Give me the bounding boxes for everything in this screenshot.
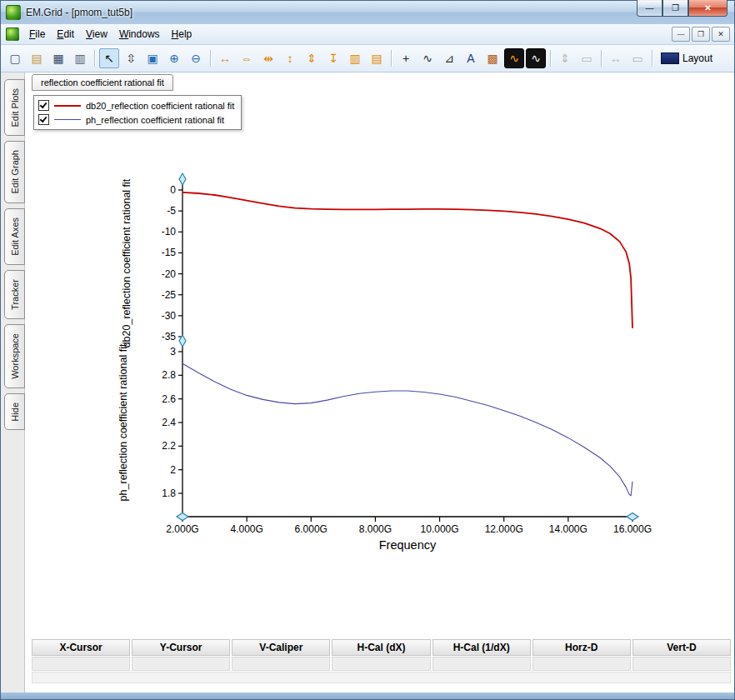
add-marker-button[interactable]: +	[396, 48, 416, 68]
zoom-out-button[interactable]: ⊖	[186, 48, 206, 68]
toolbar-separator	[652, 50, 652, 67]
db20-curve	[182, 192, 632, 328]
chart-canvas[interactable]: 2.000G4.000G6.000G8.000G10.000G12.000G14…	[25, 72, 734, 692]
print-button[interactable]: ▥	[70, 48, 90, 68]
pan-hand-button[interactable]: ⇳	[121, 48, 141, 68]
cursor-value-cell	[632, 657, 731, 671]
sidebar-tab-label: Hide	[10, 402, 20, 422]
split-columns-button[interactable]: ▥	[345, 48, 365, 68]
zoom-window-icon: ▣	[147, 52, 158, 65]
y-tick-label: -20	[162, 268, 177, 280]
fit-width-icon: ↔	[219, 52, 231, 65]
column-header-h-cal-dx: H-Cal (dX)	[332, 639, 430, 656]
sidebar-tab-edit-axes[interactable]: Edit Axes	[4, 208, 25, 265]
column-header-vert-d: Vert-D	[632, 639, 731, 656]
align-axes-icon: ↧	[328, 52, 338, 65]
split-rows-icon: ▤	[371, 52, 382, 65]
select-arrow-button[interactable]: ↖	[99, 48, 119, 68]
pan-x-button: ↔	[606, 48, 626, 68]
fit-height-button[interactable]: ↕	[280, 48, 300, 68]
save-button[interactable]: ▦	[48, 48, 68, 68]
main-area: Edit PlotsEdit GraphEdit AxesTrackerWork…	[1, 72, 734, 692]
menu-file[interactable]: File	[23, 26, 51, 42]
open-file-button[interactable]: ▤	[27, 48, 47, 68]
frame-button: ▭	[628, 48, 648, 68]
app-logo-icon	[6, 5, 21, 20]
cursor-table-footer-strip	[32, 672, 731, 683]
sidebar-tab-tracker[interactable]: Tracker	[4, 270, 25, 319]
expand-vertical-button[interactable]: ⇕	[302, 48, 322, 68]
zoom-out-icon: ⊖	[191, 52, 201, 65]
y-tick-label: 2.6	[162, 393, 176, 405]
window-title: EM.Grid - [pmom_tut5b]	[26, 7, 132, 18]
add-marker-icon: +	[402, 52, 409, 65]
x-tick-label: 14.000G	[549, 523, 588, 535]
sidebar-tab-label: Edit Axes	[10, 218, 20, 256]
zoom-in-button[interactable]: ⊕	[164, 48, 184, 68]
tracker-button[interactable]: ∿	[418, 48, 438, 68]
ph-curve	[182, 363, 632, 496]
new-document-button[interactable]: ▢	[5, 48, 25, 68]
column-header-horz-d: Horz-D	[532, 639, 631, 656]
db20-axis-cursor-diamond[interactable]	[179, 173, 186, 185]
mdi-restore-button[interactable]: ❐	[692, 27, 710, 42]
pan-hand-icon: ⇳	[126, 52, 136, 65]
cursor-value-cell	[232, 657, 330, 671]
y-tick-label: 3	[170, 346, 176, 358]
menu-windows[interactable]: Windows	[113, 26, 166, 42]
caliper-button[interactable]: ⊿	[439, 48, 459, 68]
menu-edit[interactable]: Edit	[51, 26, 80, 42]
y-tick-label: -35	[162, 331, 177, 342]
expand-vertical-icon: ⇕	[307, 52, 317, 65]
x-axis-left-cursor-diamond[interactable]	[177, 513, 188, 521]
sidebar-tab-workspace[interactable]: Workspace	[4, 324, 25, 388]
frame-icon: ▭	[632, 52, 642, 65]
column-header-x-cursor: X-Cursor	[32, 639, 130, 656]
titlebar[interactable]: EM.Grid - [pmom_tut5b] — ❐ ✕	[1, 1, 734, 24]
tracker-icon: ∿	[422, 52, 432, 65]
maximize-button[interactable]: ❐	[662, 0, 688, 17]
close-button[interactable]: ✕	[688, 0, 728, 17]
align-axes-button[interactable]: ↧	[323, 48, 343, 68]
mdi-minimize-button[interactable]: —	[672, 27, 690, 42]
mdi-close-button[interactable]: ✕	[712, 27, 730, 42]
menu-view[interactable]: View	[80, 26, 113, 42]
x-tick-label: 12.000G	[485, 523, 523, 535]
waveform-dark-button[interactable]: ∿	[504, 48, 524, 68]
minimize-button[interactable]: —	[637, 0, 662, 17]
y-tick-label: -15	[162, 247, 177, 258]
sidebar-tab-edit-plots[interactable]: Edit Plots	[4, 79, 25, 136]
waveform-light-button[interactable]: ∿	[526, 48, 546, 68]
zoom-window-button[interactable]: ▣	[142, 48, 162, 68]
mdi-window-controls: — ❐ ✕	[672, 27, 730, 42]
x-axis-right-cursor-diamond[interactable]	[627, 513, 638, 521]
expand-horizontal-icon: ⇔	[241, 52, 252, 65]
child-window-icon[interactable]	[6, 28, 19, 41]
toolbar: ▢▤▦▥↖⇳▣⊕⊖↔⇔⇹↕⇕↧▥▤+∿⊿A▩∿∿⇕▭↔▭Layout	[1, 45, 734, 72]
expand-horizontal-button[interactable]: ⇔	[237, 48, 257, 68]
menu-help[interactable]: Help	[166, 26, 198, 42]
new-document-icon: ▢	[9, 52, 20, 65]
print-icon: ▥	[74, 52, 85, 65]
split-rows-button[interactable]: ▤	[367, 48, 387, 68]
cursor-value-cell	[532, 657, 631, 671]
compress-horizontal-button[interactable]: ⇹	[258, 48, 278, 68]
add-text-button[interactable]: A	[461, 48, 481, 68]
sidebar-tab-hide[interactable]: Hide	[4, 393, 25, 431]
zoom-in-icon: ⊕	[169, 52, 179, 65]
color-map-button[interactable]: ▩	[482, 48, 502, 68]
color-map-icon: ▩	[487, 52, 498, 65]
window-frame-bottom	[1, 692, 734, 699]
y-tick-label: 2.4	[162, 417, 176, 428]
x-tick-label: 10.000G	[421, 523, 459, 535]
cursor-value-cell	[332, 657, 430, 671]
region-select-icon: ▭	[581, 52, 592, 65]
column-header-h-cal-1-dx: H-Cal (1/dX)	[432, 639, 531, 656]
cursor-table-value-row	[32, 657, 731, 671]
fit-width-button[interactable]: ↔	[215, 48, 235, 68]
layout-button[interactable]: Layout	[657, 48, 717, 68]
x-tick-label: 4.000G	[230, 523, 262, 535]
sidebar-tab-edit-graph[interactable]: Edit Graph	[4, 141, 25, 203]
cursor-value-cell	[132, 657, 230, 671]
left-tool-sidebar: Edit PlotsEdit GraphEdit AxesTrackerWork…	[1, 72, 25, 692]
